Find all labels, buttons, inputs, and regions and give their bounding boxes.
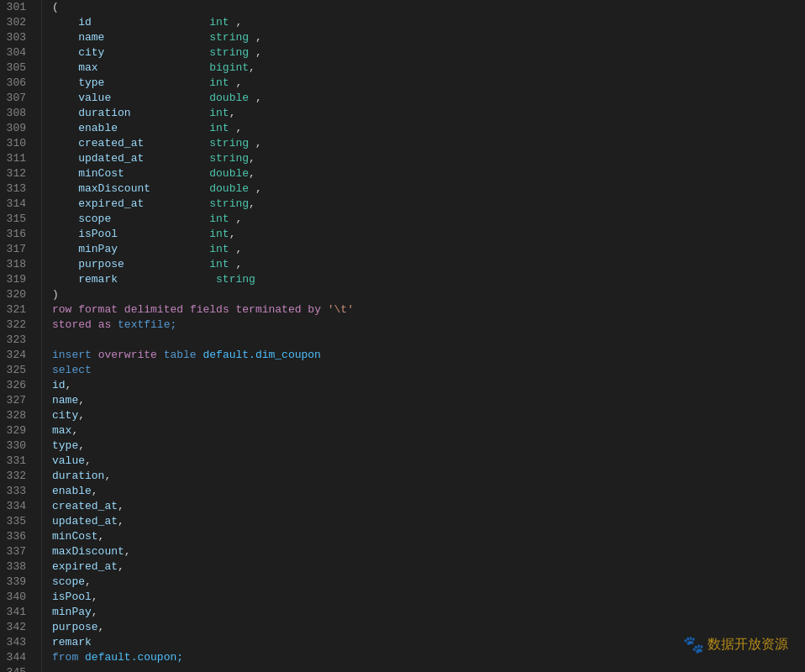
line-number: 329 xyxy=(0,423,33,438)
line-number: 323 xyxy=(0,333,33,348)
code-line: max bigint, xyxy=(52,60,805,76)
code-line: minPay, xyxy=(52,605,805,620)
line-number: 344 xyxy=(0,650,33,665)
line-number: 318 xyxy=(0,257,33,272)
code-line: enable int , xyxy=(52,121,805,136)
line-number: 303 xyxy=(0,30,33,45)
line-number: 333 xyxy=(0,484,33,499)
line-number: 313 xyxy=(0,181,33,197)
code-line: city string , xyxy=(52,45,805,60)
line-number: 305 xyxy=(0,60,33,76)
line-number: 325 xyxy=(0,363,33,378)
line-number: 334 xyxy=(0,499,33,514)
code-line: purpose int , xyxy=(52,257,805,272)
code-line: minPay int , xyxy=(52,242,805,257)
code-line: duration int, xyxy=(52,106,805,121)
line-number: 322 xyxy=(0,318,33,333)
code-line: created_at, xyxy=(52,499,805,514)
code-line: id, xyxy=(52,378,805,393)
line-number: 345 xyxy=(0,665,33,672)
line-number: 331 xyxy=(0,454,33,469)
line-number: 314 xyxy=(0,197,33,212)
code-line: stored as textfile; xyxy=(52,318,805,333)
line-number: 327 xyxy=(0,393,33,408)
line-number: 317 xyxy=(0,242,33,257)
code-line: isPool int, xyxy=(52,227,805,242)
code-line: row format delimited fields terminated b… xyxy=(52,302,805,318)
code-line: scope, xyxy=(52,575,805,590)
code-line: maxDiscount double , xyxy=(52,181,805,197)
line-number: 302 xyxy=(0,15,33,30)
code-line: value, xyxy=(52,454,805,469)
line-number: 326 xyxy=(0,378,33,393)
code-line: purpose, xyxy=(52,620,805,635)
line-number: 304 xyxy=(0,45,33,60)
code-line: isPool, xyxy=(52,590,805,605)
code-line: maxDiscount, xyxy=(52,544,805,559)
code-line: type int , xyxy=(52,76,805,91)
code-editor: 3013023033043053063073083093103113123133… xyxy=(0,0,805,672)
code-line: ( xyxy=(52,0,805,15)
line-number: 339 xyxy=(0,575,33,590)
line-number-gutter: 3013023033043053063073083093103113123133… xyxy=(0,0,42,672)
line-number: 310 xyxy=(0,136,33,151)
code-area[interactable]: ( id int , name string , city string , m… xyxy=(42,0,805,672)
line-number: 311 xyxy=(0,151,33,166)
line-number: 342 xyxy=(0,620,33,635)
line-number: 321 xyxy=(0,302,33,318)
line-number: 307 xyxy=(0,91,33,106)
line-number: 337 xyxy=(0,544,33,559)
line-number: 336 xyxy=(0,529,33,544)
line-number: 341 xyxy=(0,605,33,620)
code-line: id int , xyxy=(52,15,805,30)
code-line: updated_at, xyxy=(52,514,805,529)
line-number: 312 xyxy=(0,166,33,181)
line-number: 338 xyxy=(0,559,33,575)
line-number: 308 xyxy=(0,106,33,121)
code-line: remark string xyxy=(52,272,805,287)
code-line: minCost double, xyxy=(52,166,805,181)
line-number: 316 xyxy=(0,227,33,242)
code-line: select xyxy=(52,363,805,378)
code-line: duration, xyxy=(52,469,805,484)
code-line xyxy=(52,333,805,348)
line-number: 301 xyxy=(0,0,33,15)
line-number: 319 xyxy=(0,272,33,287)
line-number: 340 xyxy=(0,590,33,605)
code-line: max, xyxy=(52,423,805,438)
code-line: ) xyxy=(52,287,805,302)
line-number: 332 xyxy=(0,469,33,484)
code-line: updated_at string, xyxy=(52,151,805,166)
code-line: from default.coupon; xyxy=(52,650,805,665)
code-line: city, xyxy=(52,408,805,423)
code-line: expired_at string, xyxy=(52,197,805,212)
line-number: 335 xyxy=(0,514,33,529)
line-number: 328 xyxy=(0,408,33,423)
line-number: 315 xyxy=(0,212,33,227)
code-line: value double , xyxy=(52,91,805,106)
line-number: 324 xyxy=(0,348,33,363)
code-line xyxy=(52,665,805,672)
code-line: insert overwrite table default.dim_coupo… xyxy=(52,348,805,363)
code-line: expired_at, xyxy=(52,559,805,575)
line-number: 320 xyxy=(0,287,33,302)
code-line: name, xyxy=(52,393,805,408)
code-line: name string , xyxy=(52,30,805,45)
line-number: 309 xyxy=(0,121,33,136)
line-number: 306 xyxy=(0,76,33,91)
code-line: remark xyxy=(52,635,805,650)
code-line: enable, xyxy=(52,484,805,499)
code-line: scope int , xyxy=(52,212,805,227)
code-line: type, xyxy=(52,438,805,454)
line-number: 343 xyxy=(0,635,33,650)
code-line: created_at string , xyxy=(52,136,805,151)
code-line: minCost, xyxy=(52,529,805,544)
line-number: 330 xyxy=(0,438,33,454)
